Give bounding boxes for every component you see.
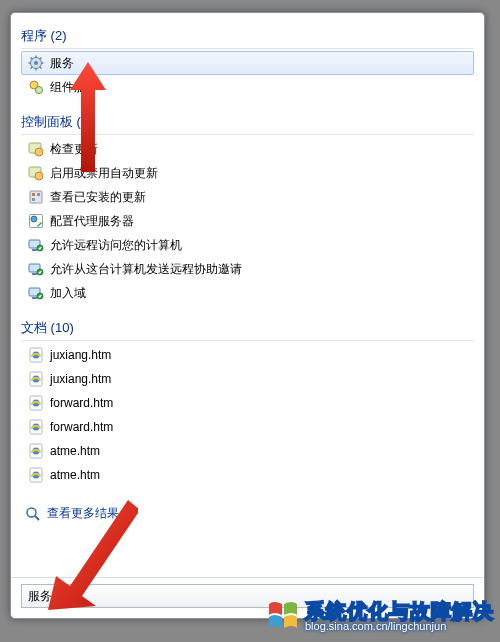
svg-rect-17 [32, 193, 35, 196]
item-label: 组件服务 [50, 79, 98, 96]
system-icon [28, 237, 44, 253]
item-label: 启用或禁用自动更新 [50, 165, 158, 182]
system-icon [28, 285, 44, 301]
item-label: juxiang.htm [50, 348, 111, 362]
item-label: forward.htm [50, 420, 113, 434]
cp-item-enable-auto-updates[interactable]: 启用或禁用自动更新 [21, 161, 474, 185]
watermark-url: blog.sina.com.cn/lingchunjun [305, 621, 494, 632]
features-icon [28, 189, 44, 205]
ie-htm-icon [28, 467, 44, 483]
result-item-component-services[interactable]: 组件服务 [21, 75, 474, 99]
more-results-label: 查看更多结果 [47, 505, 119, 522]
svg-rect-16 [30, 191, 42, 203]
item-label: atme.htm [50, 468, 100, 482]
ie-htm-icon [28, 395, 44, 411]
cp-item-remote-access[interactable]: 允许远程访问您的计算机 [21, 233, 474, 257]
svg-point-13 [35, 148, 43, 156]
result-item-services[interactable]: 服务 [21, 51, 474, 75]
gear-icon [28, 55, 44, 71]
doc-item[interactable]: atme.htm [21, 463, 474, 487]
watermark: 系统优化与故障解决 blog.sina.com.cn/lingchunjun [265, 598, 494, 634]
item-label: 允许从这台计算机发送远程协助邀请 [50, 261, 242, 278]
svg-rect-23 [32, 249, 37, 251]
section-header-documents: 文档 (10) [21, 315, 474, 341]
svg-point-1 [34, 61, 38, 65]
internet-options-icon [28, 213, 44, 229]
item-label: 配置代理服务器 [50, 213, 134, 230]
cp-item-remote-assist[interactable]: 允许从这台计算机发送远程协助邀请 [21, 257, 474, 281]
more-results-link[interactable]: 查看更多结果 [21, 499, 474, 528]
section-header-programs: 程序 (2) [21, 23, 474, 49]
start-menu-search-panel: 程序 (2) 服务 组件服务 控制面板 (9) [10, 12, 485, 619]
section-header-control-panel: 控制面板 (9) [21, 109, 474, 135]
ie-htm-icon [28, 419, 44, 435]
cp-item-proxy[interactable]: 配置代理服务器 [21, 209, 474, 233]
svg-point-43 [27, 508, 36, 517]
svg-line-6 [31, 58, 33, 60]
doc-item[interactable]: juxiang.htm [21, 343, 474, 367]
item-label: 允许远程访问您的计算机 [50, 237, 182, 254]
search-icon [25, 506, 41, 522]
svg-line-8 [31, 67, 33, 69]
item-label: 加入域 [50, 285, 86, 302]
cp-item-check-updates[interactable]: 检查更新 [21, 137, 474, 161]
svg-rect-29 [32, 297, 37, 299]
doc-item[interactable]: juxiang.htm [21, 367, 474, 391]
watermark-title: 系统优化与故障解决 [305, 601, 494, 621]
svg-rect-26 [32, 273, 37, 275]
svg-point-21 [31, 216, 37, 222]
svg-point-11 [36, 87, 43, 94]
ie-htm-icon [28, 347, 44, 363]
doc-item[interactable]: forward.htm [21, 391, 474, 415]
doc-item[interactable]: forward.htm [21, 415, 474, 439]
divider [11, 577, 484, 578]
ie-htm-icon [28, 443, 44, 459]
doc-item[interactable]: atme.htm [21, 439, 474, 463]
item-label: juxiang.htm [50, 372, 111, 386]
svg-line-44 [35, 516, 39, 520]
item-label: 服务 [50, 55, 74, 72]
svg-line-9 [40, 58, 42, 60]
cp-item-installed-updates[interactable]: 查看已安装的更新 [21, 185, 474, 209]
item-label: 检查更新 [50, 141, 98, 158]
ie-htm-icon [28, 371, 44, 387]
windows-update-icon [28, 141, 44, 157]
item-label: 查看已安装的更新 [50, 189, 146, 206]
item-label: atme.htm [50, 444, 100, 458]
svg-rect-18 [37, 193, 40, 196]
windows-logo-icon [265, 598, 301, 634]
svg-line-7 [40, 67, 42, 69]
windows-update-icon [28, 165, 44, 181]
search-results: 程序 (2) 服务 组件服务 控制面板 (9) [21, 23, 474, 573]
cp-item-join-domain[interactable]: 加入域 [21, 281, 474, 305]
svg-rect-19 [32, 198, 35, 201]
component-services-icon [28, 79, 44, 95]
item-label: forward.htm [50, 396, 113, 410]
svg-point-15 [35, 172, 43, 180]
system-icon [28, 261, 44, 277]
